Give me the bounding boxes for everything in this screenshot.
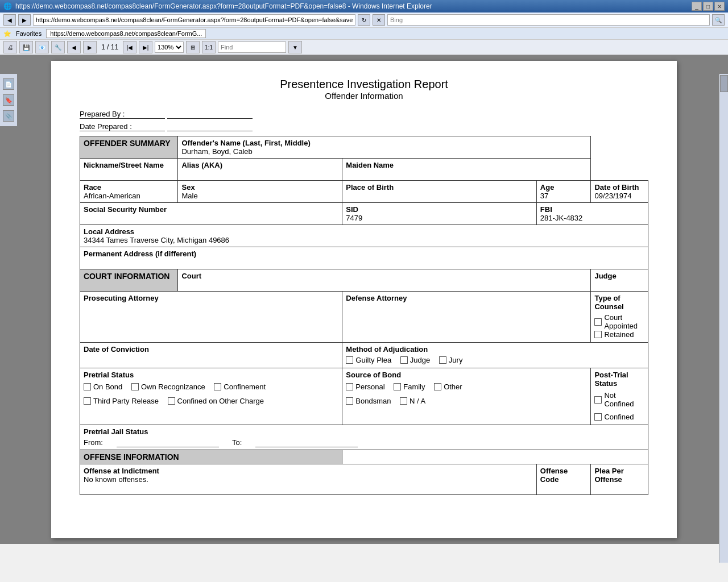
confinement-checkbox[interactable] (214, 383, 221, 390)
family-label: Family (403, 383, 425, 391)
offense-code-cell: Offense Code (536, 464, 591, 495)
forward-button[interactable]: ▶ (18, 14, 31, 26)
find-search-button[interactable]: ▼ (288, 41, 302, 53)
jury-checkbox[interactable] (439, 356, 446, 364)
first-page-button[interactable]: |◀ (123, 41, 136, 53)
indictment-label: Offense at Indictment (84, 467, 533, 475)
page-icon[interactable]: 📄 (3, 78, 14, 90)
prepared-by-label: Prepared By : (80, 110, 165, 119)
own-recog-checkbox[interactable] (131, 383, 139, 390)
jury-label: Jury (449, 356, 463, 364)
favorites-label: Favorites (16, 30, 42, 37)
court-appointed-checkbox[interactable] (594, 318, 602, 326)
pretrial-cell: Pretrial Status On Bond Own Recognizance (80, 368, 342, 425)
stop-button[interactable]: ✕ (373, 14, 385, 26)
court-value (181, 280, 587, 289)
favorites-icon: ⭐ (3, 30, 11, 38)
email-button[interactable]: 📧 (35, 41, 49, 53)
counsel-label: Type of Counsel (594, 294, 644, 311)
tab-item[interactable]: https://demo.webcompas8.net/compas8clean… (46, 29, 206, 38)
age-value: 37 (540, 192, 588, 200)
not-confined-checkbox[interactable] (594, 396, 602, 404)
na-checkbox[interactable] (400, 397, 407, 405)
post-trial-cell: Post-Trial Status Not Confined Confined (591, 368, 648, 425)
ssn-cell: Social Security Number (80, 203, 342, 225)
offense-code-label: Offense Code (540, 467, 588, 484)
scrollbar-thumb[interactable] (720, 75, 728, 92)
court-appointed-label: Court Appointed (604, 313, 638, 330)
bookmark-icon[interactable]: 🔖 (3, 94, 14, 106)
find-input[interactable] (218, 41, 286, 53)
last-page-button[interactable]: ▶| (139, 41, 152, 53)
scrollbar[interactable] (719, 74, 728, 544)
tools-button[interactable]: 🔧 (51, 41, 65, 53)
judge-check-checkbox[interactable] (400, 356, 408, 364)
plea-per-cell: Plea Per Offense (591, 464, 648, 495)
title-bar-controls[interactable]: _ □ ✕ (692, 2, 725, 11)
race-value: African-American (84, 192, 174, 200)
attorney-row: Prosecuting Attorney Defense Attorney Ty… (80, 292, 648, 343)
page: Presentence Investigation Report Offende… (51, 61, 677, 538)
on-bond-checkbox[interactable] (84, 383, 91, 390)
perm-address-row: Permanent Address (if different) (80, 247, 648, 269)
nickname-row: Nickname/Street Name Alias (AKA) Maiden … (80, 159, 648, 181)
third-party-checkbox[interactable] (84, 397, 91, 405)
conviction-row: Date of Conviction Method of Adjudicatio… (80, 343, 648, 368)
actual-size-button[interactable]: 1:1 (202, 41, 216, 53)
sex-label: Sex (181, 183, 338, 192)
date-prepared-line: Date Prepared : (80, 122, 648, 131)
prev-page-button[interactable]: ◀ (67, 41, 81, 53)
sex-cell: Sex Male (178, 181, 342, 203)
maiden-cell: Maiden Name (342, 159, 591, 181)
bondsman-label: Bondsman (355, 397, 391, 405)
offender-header-row: OFFENDER SUMMARY Offender's Name (Last, … (80, 136, 648, 159)
confined-item: Confined (594, 413, 634, 421)
search-button[interactable]: 🔍 (712, 14, 725, 26)
toolbar: 🖨 💾 📧 🔧 ◀ ▶ 1 / 11 |◀ ▶| 130% ⊞ 1:1 ▼ (0, 39, 728, 55)
retained-checkbox[interactable] (594, 331, 602, 338)
save-button[interactable]: 💾 (19, 41, 33, 53)
content-area: Presentence Investigation Report Offende… (0, 55, 728, 544)
adjudication-options: Guilty Plea Judge Jury (346, 356, 644, 365)
offense-header-row: OFFENSE INFORMATION (80, 450, 648, 464)
race-row: Race African-American Sex Male Place of … (80, 181, 648, 203)
guilty-plea-checkbox[interactable] (346, 356, 353, 364)
perm-address-value (84, 258, 644, 267)
zoom-select[interactable]: 130% (155, 41, 184, 53)
fbi-label: FBI (540, 205, 644, 214)
confined-checkbox[interactable] (594, 413, 602, 421)
report-main-title: Presentence Investigation Report (80, 78, 648, 91)
next-page-button[interactable]: ▶ (83, 41, 97, 53)
dob-label: Date of Birth (594, 183, 644, 192)
other-label: Other (444, 383, 462, 391)
not-confined-label: Not Confined (604, 391, 638, 408)
pretrial-options-row1: On Bond Own Recognizance Confinement (84, 383, 338, 392)
print-button[interactable]: 🖨 (3, 41, 17, 53)
judge-label: Judge (594, 272, 644, 280)
confined-other-label: Confined on Other Charge (177, 397, 264, 405)
refresh-button[interactable]: ↻ (358, 14, 370, 26)
not-confined-item: Not Confined (594, 391, 638, 408)
other-checkbox[interactable] (434, 383, 441, 390)
maximize-button[interactable]: □ (703, 2, 713, 11)
counsel-cell: Type of Counsel Court Appointed Retained (591, 292, 648, 343)
fit-button[interactable]: ⊞ (186, 41, 200, 53)
court-header-row: COURT INFORMATION Court Judge (80, 269, 648, 292)
confined-other-checkbox[interactable] (168, 397, 175, 405)
minimize-button[interactable]: _ (692, 2, 702, 11)
title-bar-left: 🌐 https://demo.webcompas8.net/compas8cle… (3, 2, 432, 10)
personal-checkbox[interactable] (346, 383, 353, 390)
search-input[interactable] (387, 14, 710, 26)
court-appointed-item: Court Appointed (594, 313, 638, 330)
attachments-icon[interactable]: 📎 (3, 110, 14, 122)
retained-item: Retained (594, 330, 634, 339)
address-input[interactable] (33, 14, 355, 26)
family-checkbox[interactable] (394, 383, 401, 390)
pretrial-label: Pretrial Status (84, 371, 338, 379)
back-button[interactable]: ◀ (3, 14, 16, 26)
bondsman-checkbox[interactable] (346, 397, 353, 405)
pretrial-jail-label: Pretrial Jail Status (84, 427, 644, 436)
close-button[interactable]: ✕ (714, 2, 725, 11)
from-value (117, 438, 219, 447)
na-label: N / A (410, 397, 425, 405)
